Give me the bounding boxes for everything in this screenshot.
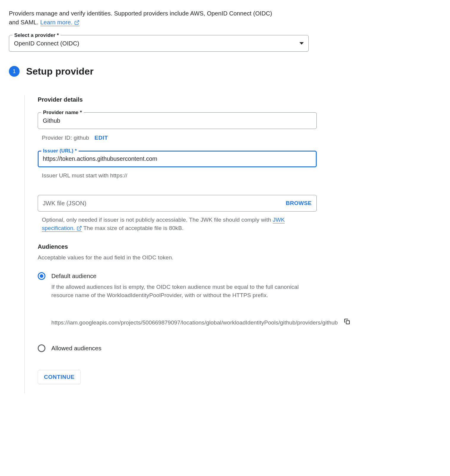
intro-text: Providers manage and verify identities. … [9, 9, 282, 27]
jwk-helper-pre: Optional, only needed if issuer is not p… [42, 217, 273, 223]
learn-more-label: Learn more. [40, 19, 73, 26]
issuer-url-helper: Issuer URL must start with https:// [38, 171, 317, 180]
audiences-heading: Audiences [38, 242, 441, 251]
issuer-url-label: Issuer (URL) * [41, 147, 79, 155]
provider-id-row: Provider ID: github EDIT [38, 134, 441, 142]
provider-select-field[interactable]: Select a provider * OpenID Connect (OIDC… [9, 35, 309, 52]
learn-more-link[interactable]: Learn more. [40, 19, 80, 26]
provider-id-text: Provider ID: github [42, 134, 89, 142]
svg-rect-2 [346, 321, 349, 324]
default-audience-label: Default audience [51, 272, 441, 280]
provider-name-field[interactable]: Provider name * [38, 112, 317, 129]
provider-details-heading: Provider details [38, 95, 441, 104]
provider-select-value: OpenID Connect (OIDC) [14, 39, 300, 48]
default-audience-desc: If the allowed audiences list is empty, … [51, 283, 319, 300]
jwk-placeholder: JWK file (JSON) [43, 199, 286, 208]
external-link-icon [77, 226, 82, 231]
browse-button[interactable]: BROWSE [286, 200, 312, 207]
svg-line-0 [77, 21, 79, 23]
external-link-icon [74, 20, 80, 25]
allowed-audiences-label: Allowed audiences [51, 344, 441, 353]
copy-icon[interactable] [344, 318, 350, 327]
allowed-audiences-radio[interactable] [38, 344, 45, 352]
edit-provider-id-button[interactable]: EDIT [94, 135, 108, 141]
provider-select-label: Select a provider * [12, 31, 61, 39]
step-header: 1 Setup provider [9, 64, 441, 78]
svg-line-1 [79, 226, 81, 228]
default-audience-radio[interactable] [38, 272, 45, 280]
chevron-down-icon [300, 42, 304, 45]
issuer-url-field[interactable]: Issuer (URL) * [38, 151, 317, 167]
canonical-resource-name: https://iam.googleapis.com/projects/5006… [51, 319, 338, 327]
provider-name-input[interactable] [43, 117, 312, 124]
continue-button[interactable]: CONTINUE [38, 370, 81, 384]
jwk-file-field[interactable]: JWK file (JSON) BROWSE [38, 195, 317, 212]
issuer-url-input[interactable] [43, 155, 312, 162]
audiences-desc: Acceptable values for the aud field in t… [38, 253, 441, 262]
step-title: Setup provider [26, 64, 94, 78]
jwk-helper: Optional, only needed if issuer is not p… [38, 216, 317, 232]
provider-name-label: Provider name * [41, 109, 84, 116]
step-number-badge: 1 [9, 66, 20, 77]
jwk-helper-post: The max size of acceptable file is 80kB. [82, 225, 184, 231]
